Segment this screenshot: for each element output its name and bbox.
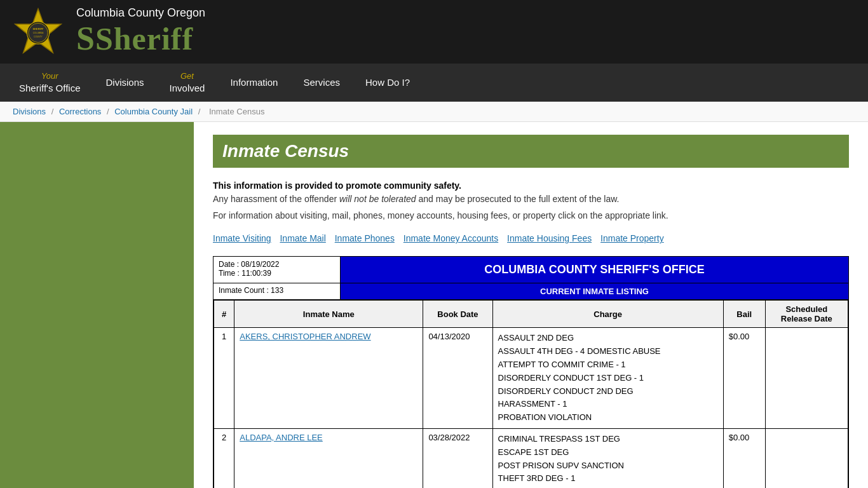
- nav-information[interactable]: Information: [217, 64, 290, 102]
- cell-num: 1: [214, 328, 234, 429]
- sheriff-badge-icon: SHERIFF COLUMBIA COUNTY: [13, 6, 64, 57]
- cell-charges: CRIMINAL TRESPASS 1ST DEGESCAPE 1ST DEGP…: [492, 428, 723, 488]
- breadcrumb-current: Inmate Census: [209, 107, 264, 116]
- table-date: Date : 08/19/2022: [219, 260, 335, 269]
- cell-name: AKERS, CHRISTOPHER ANDREW: [234, 328, 423, 429]
- cell-num: 2: [214, 428, 234, 488]
- cell-name: ALDAPA, ANDRE LEE: [234, 428, 423, 488]
- agency-title: SSheriff: [76, 20, 205, 57]
- inmate-table-container: Date : 08/19/2022 Time : 11:00:39 COLUMB…: [213, 256, 849, 488]
- col-header-book-date: Book Date: [423, 301, 492, 328]
- table-title: COLUMBIA COUNTY SHERIFF'S OFFICE: [341, 257, 848, 283]
- link-inmate-mail[interactable]: Inmate Mail: [280, 233, 325, 243]
- breadcrumb-columbia-county-jail[interactable]: Columbia County Jail: [114, 107, 193, 116]
- page-title-bar: Inmate Census: [213, 135, 849, 168]
- nav-divisions[interactable]: Divisions: [93, 64, 157, 102]
- info-line2: For information about visiting, mail, ph…: [213, 210, 849, 220]
- info-line1: Any harassment of the offender will not …: [213, 194, 849, 204]
- table-header-row: Date : 08/19/2022 Time : 11:00:39 COLUMB…: [214, 257, 848, 283]
- table-date-box: Date : 08/19/2022 Time : 11:00:39: [214, 257, 341, 283]
- col-header-charge: Charge: [492, 301, 723, 328]
- link-inmate-housing-fees[interactable]: Inmate Housing Fees: [507, 233, 592, 243]
- svg-text:COLUMBIA: COLUMBIA: [33, 32, 44, 34]
- cell-book-date: 03/28/2022: [423, 428, 492, 488]
- breadcrumb: Divisions / Corrections / Columbia Count…: [0, 102, 868, 122]
- col-header-bail: Bail: [723, 301, 765, 328]
- svg-text:COUNTY: COUNTY: [34, 36, 43, 38]
- inmate-links: Inmate Visiting Inmate Mail Inmate Phone…: [213, 233, 849, 243]
- col-header-release-date: ScheduledRelease Date: [765, 301, 848, 328]
- cell-bail: $0.00: [723, 428, 765, 488]
- cell-charges: ASSAULT 2ND DEGASSAULT 4TH DEG - 4 DOMES…: [492, 328, 723, 429]
- table-row: 2 ALDAPA, ANDRE LEE 03/28/2022 CRIMINAL …: [214, 428, 848, 488]
- svg-text:SHERIFF: SHERIFF: [32, 27, 44, 30]
- main-nav: Your Sheriff's Office Divisions Get Invo…: [0, 64, 868, 102]
- inmate-name-link[interactable]: ALDAPA, ANDRE LEE: [240, 433, 323, 442]
- header-branding: Columbia County Oregon SSheriff: [76, 6, 205, 57]
- link-inmate-money-accounts[interactable]: Inmate Money Accounts: [403, 233, 498, 243]
- breadcrumb-divisions[interactable]: Divisions: [13, 107, 46, 116]
- table-row: 1 AKERS, CHRISTOPHER ANDREW 04/13/2020 A…: [214, 328, 848, 429]
- inmate-data-table: # Inmate Name Book Date Charge Bail Sche…: [214, 300, 848, 488]
- page-title: Inmate Census: [222, 141, 839, 161]
- table-count: Inmate Count : 133: [214, 283, 341, 299]
- table-subtitle: CURRENT INMATE LISTING: [341, 283, 848, 299]
- nav-your-sheriffs-office[interactable]: Your Sheriff's Office: [6, 64, 93, 102]
- nav-how-do-i[interactable]: How Do I?: [353, 64, 423, 102]
- inmate-name-link[interactable]: AKERS, CHRISTOPHER ANDREW: [240, 332, 370, 341]
- nav-services[interactable]: Services: [290, 64, 353, 102]
- site-header: SHERIFF COLUMBIA COUNTY Columbia County …: [0, 0, 868, 64]
- col-header-num: #: [214, 301, 234, 328]
- info-section: This information is provided to promote …: [213, 180, 849, 220]
- info-bold: This information is provided to promote …: [213, 180, 849, 191]
- county-name: Columbia County Oregon: [76, 6, 205, 20]
- cell-release-date: [765, 328, 848, 429]
- cell-bail: $0.00: [723, 328, 765, 429]
- link-inmate-visiting[interactable]: Inmate Visiting: [213, 233, 271, 243]
- link-inmate-phones[interactable]: Inmate Phones: [335, 233, 395, 243]
- nav-get-involved[interactable]: Get Involved: [157, 64, 218, 102]
- main-content: Inmate Census This information is provid…: [194, 122, 868, 488]
- table-subtitle-row: Inmate Count : 133 CURRENT INMATE LISTIN…: [214, 283, 848, 300]
- table-time: Time : 11:00:39: [219, 269, 335, 278]
- link-inmate-property[interactable]: Inmate Property: [600, 233, 664, 243]
- cell-release-date: [765, 428, 848, 488]
- breadcrumb-corrections[interactable]: Corrections: [59, 107, 101, 116]
- cell-book-date: 04/13/2020: [423, 328, 492, 429]
- main-layout: Inmate Census This information is provid…: [0, 122, 868, 488]
- col-header-name: Inmate Name: [234, 301, 423, 328]
- sidebar: [0, 122, 194, 488]
